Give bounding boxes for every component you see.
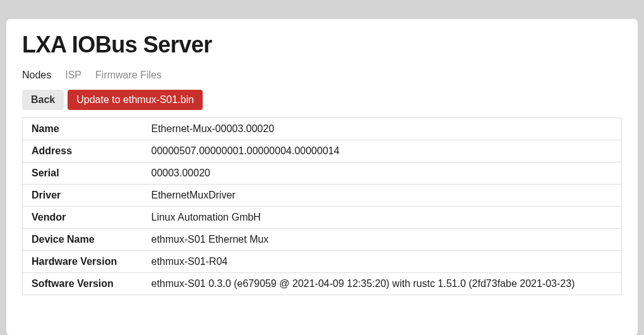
value-serial: 00003.00020: [143, 162, 622, 185]
table-row: Address 00000507.00000001.00000004.00000…: [23, 140, 622, 162]
update-button[interactable]: Update to ethmux-S01.bin: [68, 90, 203, 110]
label-serial: Serial: [23, 162, 143, 185]
value-hardware-version: ethmux-S01-R04: [143, 251, 622, 273]
value-software-version: ethmux-S01 0.3.0 (e679059 @ 2021-04-09 1…: [143, 273, 622, 295]
main-card: LXA IOBus Server Nodes ISP Firmware File…: [6, 19, 638, 335]
info-table: Name Ethernet-Mux-00003.00020 Address 00…: [22, 118, 622, 295]
label-driver: Driver: [23, 185, 143, 207]
label-address: Address: [23, 140, 143, 162]
label-vendor: Vendor: [23, 207, 143, 229]
label-device-name: Device Name: [23, 229, 143, 251]
tabs: Nodes ISP Firmware Files: [22, 70, 622, 81]
back-button[interactable]: Back: [22, 90, 64, 110]
table-row: Name Ethernet-Mux-00003.00020: [23, 118, 622, 140]
label-software-version: Software Version: [23, 273, 143, 295]
value-vendor: Linux Automation GmbH: [143, 207, 622, 229]
label-hardware-version: Hardware Version: [23, 251, 143, 273]
value-address: 00000507.00000001.00000004.00000014: [143, 140, 622, 162]
table-row: Software Version ethmux-S01 0.3.0 (e6790…: [23, 273, 622, 295]
table-row: Driver EthernetMuxDriver: [23, 185, 622, 207]
tab-isp[interactable]: ISP: [65, 70, 81, 81]
value-driver: EthernetMuxDriver: [143, 185, 622, 207]
page-title: LXA IOBus Server: [22, 32, 622, 58]
table-row: Device Name ethmux-S01 Ethernet Mux: [23, 229, 622, 251]
toolbar: Back Update to ethmux-S01.bin: [22, 90, 622, 110]
tab-nodes[interactable]: Nodes: [22, 70, 51, 81]
label-name: Name: [23, 118, 143, 140]
tab-firmware-files[interactable]: Firmware Files: [95, 70, 162, 81]
value-name: Ethernet-Mux-00003.00020: [143, 118, 622, 140]
value-device-name: ethmux-S01 Ethernet Mux: [143, 229, 622, 251]
table-row: Hardware Version ethmux-S01-R04: [23, 251, 622, 273]
table-row: Serial 00003.00020: [23, 162, 622, 185]
table-row: Vendor Linux Automation GmbH: [23, 207, 622, 229]
